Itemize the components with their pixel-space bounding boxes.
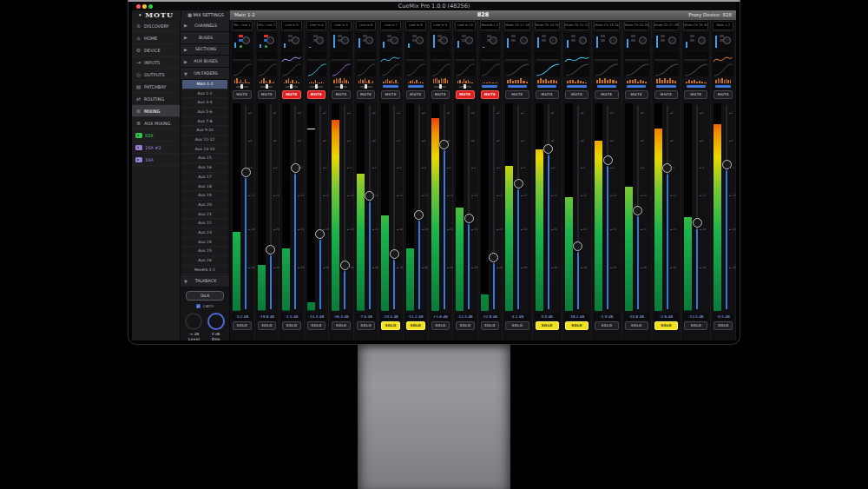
fader-db-readout[interactable]: -13.5 dB [683,314,708,320]
dynamics-graph[interactable] [331,63,352,76]
pan-control[interactable] [455,84,476,89]
fader-list-item-aux-3-4[interactable]: Aux 3-4 [182,98,227,108]
eq-graph[interactable] [594,51,619,62]
trim-knob[interactable] [391,36,398,44]
fader-db-readout[interactable]: -20.5 dB [380,314,401,320]
trim-knob[interactable] [416,36,424,44]
stereo-pan-bar[interactable] [508,85,527,88]
mute-button[interactable]: MUTE [381,90,400,99]
phantom-power-chip[interactable] [542,35,546,37]
mute-button[interactable]: MUTE [625,90,648,99]
fader-db-readout[interactable]: -10.8 dB [624,314,649,320]
fader-list-item-aux-9-10[interactable]: Aux 9-10 [182,126,227,135]
trim-panel[interactable] [654,32,679,50]
mute-button[interactable]: MUTE [595,90,618,99]
mute-button[interactable]: MUTE [406,90,425,99]
fader-list-item-aux-7-8[interactable]: Aux 7-8 [182,117,227,127]
chevron-right-icon[interactable]: ▶ [181,47,191,52]
channel-name[interactable]: Line In 8 [405,21,426,30]
trim-panel[interactable] [683,32,708,50]
fader-db-readout[interactable]: -11.2 dB [405,314,426,320]
trim-panel[interactable] [480,32,501,50]
sidebar-item-inputs[interactable]: ⇥INPUTS [132,56,180,69]
channel-name[interactable]: Mic / Inst 2 [257,21,278,30]
solo-button[interactable]: SOLO [536,321,559,330]
dynamics-graph[interactable] [624,63,649,76]
pan-control[interactable] [654,84,679,89]
mute-button[interactable]: MUTE [536,90,559,99]
pad-chip[interactable] [571,39,575,42]
phantom-power-chip[interactable] [571,35,575,37]
fader-list-item-aux-25[interactable]: Aux 25 [182,247,227,256]
phantom-power-chip[interactable] [690,35,694,37]
fader-db-readout[interactable]: -0.5 dB [713,314,733,320]
sidebar-device-828[interactable]: 828 [132,129,180,142]
pan-control[interactable] [480,84,501,89]
pad-chip[interactable] [542,39,546,42]
trim-knob[interactable] [440,36,448,44]
eq-graph[interactable] [232,51,253,62]
fader-db-readout[interactable]: -22.8 dB [480,314,501,320]
pan-control[interactable] [431,84,451,89]
channel-name[interactable]: Mixer Ch 17-18 [504,21,529,30]
device-name-label[interactable]: 828 [230,10,736,20]
eq-graph[interactable] [535,51,560,62]
fader-list-item-aux-11-12[interactable]: Aux 11-12 [182,135,227,145]
dynamics-graph[interactable] [380,63,401,76]
trim-knob[interactable] [639,36,647,44]
channel-name[interactable]: Main 1-2 [713,21,733,30]
pan-control[interactable] [594,84,619,89]
eq-graph[interactable] [480,51,501,62]
level-knob[interactable] [185,313,202,330]
pan-control[interactable] [713,84,733,89]
eq-graph[interactable] [654,51,679,62]
sidebar-item-mixing[interactable]: ≣MIXING [132,105,180,117]
fader-list-item-aux-26[interactable]: Aux 26 [182,256,227,266]
eq-graph[interactable] [683,51,708,62]
pan-handle[interactable] [240,84,243,89]
trim-knob[interactable] [341,36,349,44]
fader-db-readout[interactable]: -18.2 dB [564,314,589,320]
mute-button[interactable]: MUTE [684,90,707,99]
fader-list-item-aux-15[interactable]: Aux 15 [182,154,227,163]
solo-button[interactable]: SOLO [332,321,351,330]
eq-graph[interactable] [380,51,401,62]
fader-knob[interactable] [489,253,498,262]
stereo-pan-bar[interactable] [627,85,646,88]
sidebar-item-patchbay[interactable]: ▤PATCHBAY [132,81,180,93]
dynamics-graph[interactable] [257,63,278,76]
dynamics-graph[interactable] [431,63,451,76]
sidebar-device-16a[interactable]: 16A [132,154,180,166]
fader-knob[interactable] [543,144,553,154]
dynamics-graph[interactable] [535,63,560,76]
stereo-pan-bar[interactable] [537,85,556,88]
channel-name[interactable]: Line In 3 [281,21,302,30]
fader-db-readout[interactable]: -4.1 dB [504,314,529,320]
mute-button[interactable]: MUTE [258,90,277,99]
trim-knob[interactable] [520,36,528,44]
talk-button[interactable]: TALK [186,291,224,301]
pan-control[interactable] [356,84,377,89]
stereo-pan-bar[interactable] [597,85,616,88]
pan-control[interactable] [257,84,278,89]
sidebar-item-home[interactable]: ⌂HOME [132,32,180,44]
phantom-power-chip[interactable] [601,35,605,37]
pad-chip[interactable] [601,39,605,42]
trim-knob[interactable] [668,36,676,44]
solo-button[interactable]: SOLO [258,321,277,330]
chevron-right-icon[interactable]: ▶ [181,23,191,28]
pan-handle[interactable] [439,84,442,89]
channel-name[interactable]: Line In 7 [380,21,401,30]
fader-list-item-aux-22[interactable]: Aux 22 [182,219,227,228]
section-buses[interactable]: ▶BUSES [181,32,229,44]
fader-db-readout[interactable]: -12.4 dB [455,314,476,320]
fader-db-readout[interactable]: 0.0 dB [535,314,560,320]
trim-knob[interactable] [698,36,706,44]
dynamics-graph[interactable] [564,63,589,76]
solo-button[interactable]: SOLO [625,321,648,330]
channel-name[interactable]: Line In 10 [455,21,476,30]
trim-panel[interactable] [306,32,327,50]
pad-chip[interactable] [631,39,635,42]
fader-knob[interactable] [464,214,474,223]
section-sections[interactable]: ▶SECTIONS [181,44,229,56]
